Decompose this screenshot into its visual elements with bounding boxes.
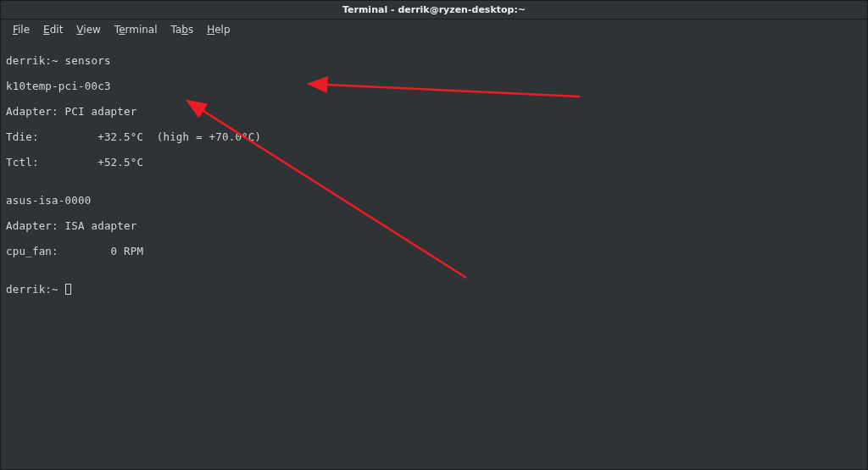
prompt-tilde: ~ [52,283,58,296]
window-title: Terminal - derrik@ryzen-desktop:~ [342,4,526,15]
menu-view[interactable]: View [70,21,107,38]
menu-terminal[interactable]: Terminal [108,21,164,38]
menu-file[interactable]: File [6,21,36,38]
prompt-line-2: derrik:~ [6,283,862,296]
prompt-host: derrik: [6,283,52,296]
prompt-tilde: ~ [52,54,58,67]
menu-edit[interactable]: Edit [36,21,70,38]
command-text: sensors [58,54,111,67]
output-line: cpu_fan: 0 RPM [6,245,862,257]
output-line: Tctl: +52.5°C [6,156,862,169]
output-line: Adapter: PCI adapter [6,105,862,118]
output-line: k10temp-pci-00c3 [6,80,862,92]
prompt-line-1: derrik:~ sensors [6,54,862,67]
terminal-output[interactable]: derrik:~ sensors k10temp-pci-00c3 Adapte… [1,40,867,310]
prompt-host: derrik: [6,54,52,67]
menu-tabs[interactable]: Tabs [164,21,201,38]
menubar: File Edit View Terminal Tabs Help [1,19,867,40]
output-line: asus-isa-0000 [6,194,862,207]
cursor [65,284,71,295]
menu-help[interactable]: Help [200,21,236,38]
output-line: Adapter: ISA adapter [6,219,862,232]
output-line: Tdie: +32.5°C (high = +70.0°C) [6,130,862,143]
window-titlebar: Terminal - derrik@ryzen-desktop:~ [1,1,867,19]
